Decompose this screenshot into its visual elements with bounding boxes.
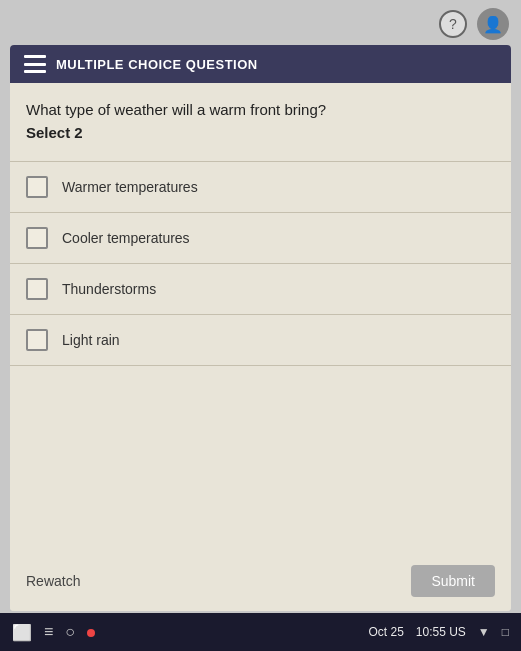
option-item-2[interactable]: Cooler temperatures [10,212,511,263]
question-text: What type of weather will a warm front b… [26,99,495,120]
option-label-1: Warmer temperatures [62,179,198,195]
option-item-4[interactable]: Light rain [10,314,511,366]
top-bar: ? 👤 [439,8,509,40]
taskbar-menu-icon[interactable]: ≡ [44,623,53,641]
taskbar-wifi-icon: ▼ [478,625,490,639]
taskbar-time: 10:55 US [416,625,466,639]
checkbox-2[interactable] [26,227,48,249]
card-header: MULTIPLE CHOICE QUESTION [10,45,511,83]
user-avatar[interactable]: 👤 [477,8,509,40]
select-label: Select 2 [26,124,495,141]
list-icon [24,55,46,73]
checkbox-1[interactable] [26,176,48,198]
question-card: MULTIPLE CHOICE QUESTION What type of we… [10,45,511,611]
option-label-3: Thunderstorms [62,281,156,297]
checkbox-4[interactable] [26,329,48,351]
taskbar-screen-icon[interactable]: ⬜ [12,623,32,642]
card-footer: Rewatch Submit [10,551,511,611]
taskbar-notification-icon[interactable] [87,623,95,641]
option-label-4: Light rain [62,332,120,348]
taskbar: ⬜ ≡ ○ Oct 25 10:55 US ▼ □ [0,613,521,651]
avatar-icon: 👤 [483,15,503,34]
taskbar-circle-icon[interactable]: ○ [65,623,75,641]
option-item-3[interactable]: Thunderstorms [10,263,511,314]
help-icon[interactable]: ? [439,10,467,38]
checkbox-3[interactable] [26,278,48,300]
question-area: What type of weather will a warm front b… [10,83,511,153]
card-title: MULTIPLE CHOICE QUESTION [56,57,258,72]
submit-button[interactable]: Submit [411,565,495,597]
option-label-2: Cooler temperatures [62,230,190,246]
notification-dot [87,629,95,637]
option-item-1[interactable]: Warmer temperatures [10,161,511,212]
taskbar-battery-icon: □ [502,625,509,639]
options-list: Warmer temperatures Cooler temperatures … [10,161,511,366]
taskbar-date: Oct 25 [368,625,403,639]
screen: ? 👤 MULTIPLE CHOICE QUESTION What type o… [0,0,521,651]
rewatch-button[interactable]: Rewatch [26,573,80,589]
